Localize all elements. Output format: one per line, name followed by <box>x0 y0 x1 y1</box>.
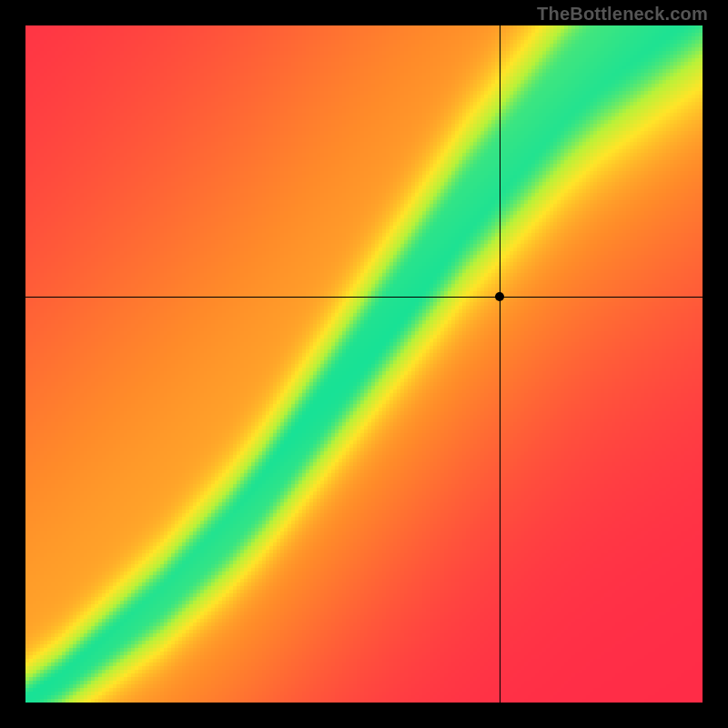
heatmap-plot <box>25 25 703 703</box>
chart-frame: TheBottleneck.com <box>0 0 728 728</box>
marker-dot <box>495 292 504 301</box>
crosshair-vertical <box>500 25 500 703</box>
crosshair-horizontal <box>25 297 703 298</box>
watermark-text: TheBottleneck.com <box>537 4 708 25</box>
heatmap-canvas <box>25 25 703 703</box>
